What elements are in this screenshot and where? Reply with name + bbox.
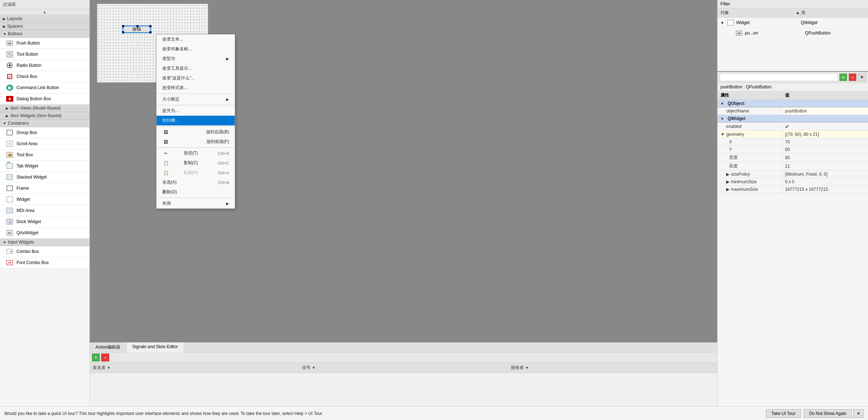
tab-signals-slots[interactable]: Signals and Slots Editor — [126, 342, 184, 352]
menu-item-bring-to-front[interactable]: 🖼 放到前面(F) — [157, 137, 235, 147]
widget-item-frame[interactable]: Frame — [0, 183, 89, 194]
push-button-on-canvas[interactable]: 按钮 — [122, 26, 151, 33]
menu-item-cut[interactable]: ✂ 剪切(T) Ctrl+X — [157, 148, 235, 158]
signals-table-header: 发送者 ▼ 信号 ▼ 接收者 ▼ — [90, 363, 717, 373]
props-value-enabled[interactable]: ✔ — [782, 123, 868, 130]
widget-item-mdi-area[interactable]: MDI Area — [0, 205, 89, 216]
props-value-width[interactable]: 80 — [782, 153, 868, 162]
props-row-objectname: objectName pushButton — [718, 107, 868, 115]
menu-item-change-stylesheet[interactable]: 改变样式表... — [157, 83, 235, 93]
signals-remove-button[interactable]: − — [101, 354, 109, 361]
category-spacers[interactable]: ▶ Spacers — [0, 23, 89, 30]
push-button-icon: ok — [6, 39, 14, 47]
object-row-widget[interactable]: ▼ Widget QWidget — [718, 18, 868, 28]
props-section-qobject-label: QObject — [728, 101, 745, 106]
menu-item-select-all[interactable]: 全选(A) Ctrl+A — [157, 177, 235, 187]
signals-area: + − 发送者 ▼ 信号 ▼ — [90, 352, 717, 406]
resize-handle-tm[interactable] — [136, 25, 139, 27]
properties-filter-remove-btn[interactable]: − — [849, 73, 857, 81]
category-item-widgets[interactable]: ▶ Item Widgets (Item-Based) — [0, 112, 89, 120]
expand-widget[interactable]: ▼ — [720, 21, 725, 25]
expand-icon-item-views: ▶ — [6, 106, 9, 110]
menu-item-delete[interactable]: 删除(D) — [157, 187, 235, 197]
category-layouts[interactable]: ▶ Layouts — [0, 15, 89, 23]
separator-5 — [157, 198, 235, 198]
signals-header-receiver: 接收者 ▼ — [508, 364, 717, 371]
tab-action-editor[interactable]: Action编辑器 — [90, 342, 126, 352]
widget-item-widget[interactable]: Widget — [0, 194, 89, 205]
qaxwidget-icon: Ax — [6, 229, 14, 237]
props-name-x: X — [718, 138, 782, 146]
signals-header-signal-label: 信号 — [302, 365, 311, 371]
props-value-objectname[interactable]: pushButton — [782, 107, 868, 115]
signals-add-button[interactable]: + — [92, 354, 100, 361]
widget-item-tab-widget[interactable]: Tab Widget — [0, 161, 89, 172]
widget-item-combo-box[interactable]: ▾ Combo Box — [0, 246, 89, 257]
widget-item-check-box[interactable]: ✔ Check Box — [0, 71, 89, 82]
take-ui-tour-button[interactable]: Take UI Tour — [766, 409, 801, 418]
properties-filter-add-btn[interactable]: + — [839, 73, 847, 81]
resize-handle-bl[interactable] — [122, 31, 124, 33]
widget-item-font-combo-box[interactable]: A▾ Font Combo Box — [0, 257, 89, 268]
category-input-widgets[interactable]: ▼ Input Widgets — [0, 239, 89, 246]
widget-item-stacked-widget[interactable]: Stacked Widget — [0, 172, 89, 183]
widget-item-qaxwidget[interactable]: Ax QAxWidget — [0, 227, 89, 239]
menu-item-send-to-back[interactable]: 🖼 放到后面(B) — [157, 127, 235, 137]
widget-item-label-tab-widget: Tab Widget — [17, 163, 38, 169]
submenu-arrow-size: ▶ — [226, 97, 229, 101]
props-value-x[interactable]: 70 — [782, 138, 868, 146]
props-name-maximumsize[interactable]: ▶maximumSize — [718, 186, 782, 193]
props-name-sizepolicy[interactable]: ▶sizePolicy — [718, 171, 782, 178]
properties-filter-input[interactable] — [720, 73, 838, 81]
menu-item-layout[interactable]: 布局 ▶ — [157, 199, 235, 208]
command-link-button-icon: ▶ — [6, 84, 14, 92]
props-value-height[interactable]: 21 — [782, 162, 868, 170]
object-row-pushbutton[interactable]: ▶ ok pu...on QPushButton — [718, 28, 868, 38]
widget-item-push-button[interactable]: ok Push Button — [0, 38, 89, 49]
menu-item-goto-slot[interactable]: 转到槽... — [157, 116, 235, 125]
widget-item-scroll-area[interactable]: ≡ Scroll Area — [0, 138, 89, 149]
props-section-qwidget[interactable]: ▼ QWidget — [718, 115, 868, 123]
widget-item-command-link-button[interactable]: ▶ Command Link Button — [0, 82, 89, 93]
menu-item-change-text[interactable]: 改变文本... — [157, 34, 235, 44]
props-section-qobject[interactable]: ▼ QObject — [718, 100, 868, 107]
object-inspector-filter-label: Filter — [718, 0, 868, 8]
menu-item-change-tooltip[interactable]: 改变工具提示... — [157, 64, 235, 73]
menu-item-change-whatsthis-label: 改变"这是什么"... — [162, 75, 195, 81]
widget-item-group-box[interactable]: Group Box — [0, 127, 89, 138]
props-name-y: Y — [718, 146, 782, 153]
resize-handle-br[interactable] — [149, 31, 151, 33]
category-buttons[interactable]: ▼ Buttons — [0, 30, 89, 38]
scroll-up-arrow[interactable]: ▲ — [43, 10, 47, 14]
properties-filter-close-btn[interactable]: × — [858, 73, 866, 81]
menu-item-change-whatsthis[interactable]: 改变"这是什么"... — [157, 73, 235, 83]
props-name-objectname: objectName — [718, 107, 782, 115]
do-not-show-again-button[interactable]: Do Not Show Again — [804, 409, 852, 418]
resize-handle-tr[interactable] — [149, 25, 151, 27]
menu-item-size-constraint[interactable]: 大小限定 ▶ — [157, 94, 235, 104]
category-item-views[interactable]: ▶ Item Views (Model-Based) — [0, 105, 89, 112]
category-containers[interactable]: ▼ Containers — [0, 120, 89, 127]
widget-item-dialog-button-box[interactable]: ✖ Dialog Button Box — [0, 93, 89, 105]
widget-item-radio-button[interactable]: Radio Button — [0, 60, 89, 71]
bottom-bar-close-button[interactable]: × — [853, 409, 864, 418]
object-table-body: ▼ Widget QWidget ▶ ok pu...on QPushButto… — [718, 18, 868, 71]
props-name-minimumsize[interactable]: ▶minimumSize — [718, 178, 782, 185]
widget-icon — [6, 195, 14, 203]
widget-item-dock-widget[interactable]: ⚓ Dock Widget — [0, 216, 89, 227]
widget-item-tool-button[interactable]: 🔧 Tool Button — [0, 49, 89, 60]
props-value-y[interactable]: 60 — [782, 146, 868, 153]
props-name-geometry[interactable]: ▼geometry — [718, 131, 782, 138]
props-section-qwidget-label: QWidget — [728, 116, 745, 121]
widget-item-tool-box[interactable]: 📦 Tool Box — [0, 149, 89, 161]
menu-item-morph-into[interactable]: 变型为 ▶ — [157, 54, 235, 64]
resize-handle-tl[interactable] — [122, 25, 124, 27]
menu-item-copy[interactable]: 📋 复制(C) Ctrl+C — [157, 158, 235, 168]
menu-item-change-object-name[interactable]: 改变对象名称... — [157, 44, 235, 54]
center-area: 按钮 改变文本... 改变对象名称... 变型为 ▶ 改变工具提示... — [90, 0, 717, 406]
menu-item-paste[interactable]: 📋 粘贴(P) Ctrl+V — [157, 168, 235, 177]
category-buttons-label: Buttons — [8, 31, 23, 36]
signal-sort-icon: ▼ — [312, 366, 316, 370]
props-col-value: 值 — [782, 91, 868, 100]
menu-item-promote-to[interactable]: 提升为... — [157, 106, 235, 116]
